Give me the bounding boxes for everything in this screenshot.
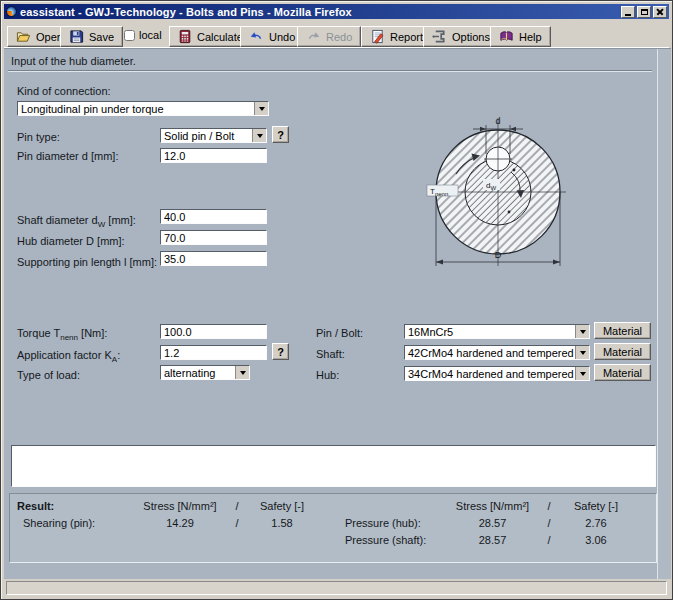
- redo-arrow-icon: [306, 30, 321, 44]
- type-of-load-dropdown-arrow[interactable]: [235, 366, 249, 379]
- redo-button[interactable]: Redo: [297, 26, 361, 47]
- scrollbar-track[interactable]: [657, 49, 671, 579]
- hub-material-label: Hub:: [316, 369, 339, 381]
- slash-separator: /: [535, 517, 563, 529]
- results-right-group: Stress [N/mm²] / Safety [-] Pressure (hu…: [345, 500, 629, 546]
- kind-of-connection-label: Kind of connection:: [17, 85, 111, 97]
- pin-type-help-button[interactable]: ?: [272, 126, 289, 143]
- statusbar: [4, 579, 669, 597]
- local-checkbox-label: local: [139, 29, 162, 41]
- supporting-pin-length-label: Supporting pin length l [mm]:: [17, 256, 157, 268]
- type-of-load-select[interactable]: alternating: [160, 365, 250, 380]
- options-button[interactable]: Options: [423, 26, 499, 47]
- hub-material-select[interactable]: 34CrMo4 hardened and tempered: [404, 366, 590, 381]
- shaft-material-button[interactable]: Material: [594, 343, 651, 360]
- shaft-diameter-label: Shaft diameter dW [mm]:: [17, 214, 136, 226]
- result-stress-value: 28.57: [450, 534, 535, 546]
- titlebar: eassistant - GWJ-Technology - Bolts and …: [4, 4, 669, 19]
- local-checkbox[interactable]: [124, 30, 135, 41]
- pin-bolt-dropdown-arrow[interactable]: [575, 325, 589, 338]
- firefox-icon: [6, 6, 17, 17]
- content-area: Input of the hub diameter. Kind of conne…: [4, 48, 671, 579]
- app-window: eassistant - GWJ-Technology - Bolts and …: [0, 0, 673, 600]
- save-button[interactable]: Save: [60, 26, 123, 47]
- torque-label: Torque Tnenn [Nm]:: [17, 327, 107, 339]
- shaft-dropdown-arrow[interactable]: [575, 346, 589, 359]
- result-safety-value: 3.06: [563, 534, 629, 546]
- shaft-material-label: Shaft:: [316, 348, 345, 360]
- svg-text:d: d: [495, 116, 500, 126]
- chevron-down-icon: [259, 107, 265, 111]
- result-safety-value: 1.58: [249, 517, 315, 529]
- slash-separator: /: [225, 517, 249, 529]
- open-folder-icon: [16, 29, 31, 44]
- chevron-down-icon: [580, 330, 586, 334]
- chevron-down-icon: [240, 371, 246, 375]
- close-button[interactable]: [653, 6, 667, 18]
- svg-text:D: D: [495, 250, 502, 260]
- maximize-button[interactable]: [637, 6, 651, 18]
- chevron-down-icon: [580, 351, 586, 355]
- divider-line: [8, 70, 652, 72]
- chevron-down-icon: [580, 372, 586, 376]
- report-button[interactable]: Report: [361, 26, 432, 47]
- stress-header: Stress [N/mm²]: [135, 500, 225, 512]
- result-safety-value: 2.76: [563, 517, 629, 529]
- result-stress-value: 28.57: [450, 517, 535, 529]
- supporting-pin-length-input[interactable]: [160, 251, 267, 266]
- help-button[interactable]: Help: [490, 26, 551, 47]
- results-left-group: Result: Stress [N/mm²] / Safety [-] Shea…: [17, 500, 315, 529]
- undo-button[interactable]: Undo: [240, 26, 304, 47]
- pin-diameter-input[interactable]: [160, 148, 267, 163]
- local-checkbox-group: local: [124, 29, 162, 41]
- hub-dropdown-arrow[interactable]: [575, 367, 589, 380]
- application-factor-input[interactable]: [160, 345, 267, 360]
- stress-header: Stress [N/mm²]: [450, 500, 535, 512]
- slash-separator: /: [535, 534, 563, 546]
- shaft-diameter-input[interactable]: [160, 209, 267, 224]
- type-of-load-label: Type of load:: [17, 369, 80, 381]
- toolbar: Open Save local: [4, 19, 669, 48]
- hub-material-button[interactable]: Material: [594, 364, 651, 381]
- statusbar-field: [6, 581, 667, 595]
- shaft-material-select[interactable]: 42CrMo4 hardened and tempered: [404, 345, 590, 360]
- application-factor-label: Application factor KA:: [17, 349, 120, 361]
- options-tool-icon: [432, 29, 447, 44]
- slash-separator: /: [535, 500, 563, 512]
- undo-arrow-icon: [249, 30, 264, 44]
- results-title: Result:: [17, 500, 135, 512]
- message-area[interactable]: [11, 445, 656, 487]
- window-title: eassistant - GWJ-Technology - Bolts and …: [20, 6, 352, 18]
- save-floppy-icon: [69, 29, 84, 44]
- minimize-button[interactable]: [621, 6, 635, 18]
- maximize-icon: [641, 9, 648, 15]
- torque-input[interactable]: [160, 324, 267, 339]
- result-row-label: Pressure (hub):: [345, 517, 450, 529]
- result-stress-value: 14.29: [135, 517, 225, 529]
- pin-bolt-material-button[interactable]: Material: [594, 322, 651, 339]
- pin-type-select[interactable]: Solid pin / Bolt: [160, 128, 267, 143]
- pin-diameter-label: Pin diameter d [mm]:: [17, 150, 118, 162]
- result-row-label: Pressure (shaft):: [345, 534, 450, 546]
- safety-header: Safety [-]: [249, 500, 315, 512]
- pin-bolt-material-select[interactable]: 16MnCr5: [404, 324, 590, 339]
- connection-diagram: d D Tnenn dW: [426, 114, 576, 274]
- slash-separator: /: [225, 500, 249, 512]
- kind-of-connection-select[interactable]: Longitudinal pin under torque: [17, 101, 269, 116]
- report-document-icon: [370, 29, 385, 44]
- results-panel: Result: Stress [N/mm²] / Safety [-] Shea…: [9, 493, 657, 563]
- pin-type-label: Pin type:: [17, 131, 60, 143]
- pin-type-dropdown-arrow[interactable]: [252, 129, 266, 142]
- application-factor-help-button[interactable]: ?: [272, 343, 289, 360]
- result-row-label: Shearing (pin):: [17, 517, 135, 529]
- hub-diameter-input[interactable]: [160, 230, 267, 245]
- close-icon: [656, 8, 664, 16]
- safety-header: Safety [-]: [563, 500, 629, 512]
- pin-bolt-label: Pin / Bolt:: [316, 327, 363, 339]
- calculator-icon: [178, 29, 192, 44]
- status-message: Input of the hub diameter.: [11, 55, 136, 67]
- help-book-icon: [499, 29, 514, 44]
- chevron-down-icon: [257, 134, 263, 138]
- kind-of-connection-dropdown-arrow[interactable]: [254, 102, 268, 115]
- minimize-icon: [625, 14, 631, 16]
